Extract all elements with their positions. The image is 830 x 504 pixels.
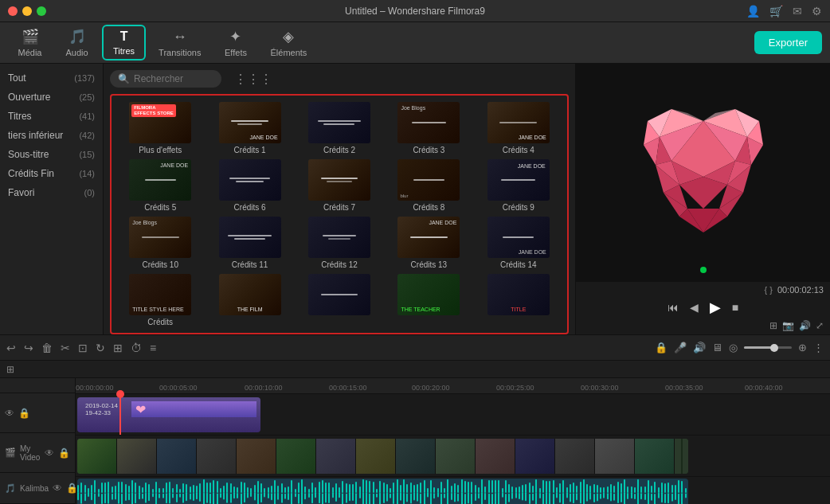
sidebar-label-sous-titre: Sous-titre	[8, 149, 49, 160]
toolbar-audio[interactable]: 🎵 Audio	[55, 25, 99, 61]
thumb-plus-effets[interactable]: FILMORAEFFECTS STORE Plus d'effets	[118, 102, 202, 154]
mic-icon[interactable]: 🎤	[674, 342, 687, 354]
thumb-label-credits-5: Crédits 5	[144, 203, 176, 212]
close-button[interactable]	[8, 6, 18, 16]
camera-icon[interactable]: 📷	[782, 320, 794, 331]
sidebar-item-titres[interactable]: Titres (41)	[0, 107, 103, 126]
sidebar-count-favori: (0)	[84, 188, 95, 197]
thumb-credits-2[interactable]: Crédits 2	[297, 102, 382, 154]
stop-button[interactable]: ■	[730, 299, 740, 315]
sidebar-item-favori[interactable]: Favori (0)	[0, 183, 103, 202]
redo-icon[interactable]: ↪	[24, 342, 33, 354]
mail-icon[interactable]: ✉	[793, 5, 802, 18]
audio-clip[interactable]	[77, 479, 688, 504]
thumb-label-credits-11: Crédits 11	[232, 260, 268, 269]
playback-controls: ⏮ ◀ ▶ ■	[582, 297, 824, 318]
toolbar-media[interactable]: 🎬 Média	[8, 25, 52, 61]
play-button[interactable]: ▶	[708, 297, 722, 318]
sidebar-count-tout: (137)	[74, 73, 95, 83]
expand-icon[interactable]: ⤢	[816, 320, 824, 331]
thumb-credits-5[interactable]: JANE DOE Crédits 5	[118, 159, 202, 212]
toolbar-titres[interactable]: T Titres	[102, 25, 146, 61]
myvideo-label: My Video	[20, 444, 41, 462]
minus-icon[interactable]: ◎	[729, 342, 738, 354]
audio-tool-icon[interactable]: ≡	[150, 342, 156, 354]
sidebar-item-sous-titre[interactable]: Sous-titre (15)	[0, 145, 103, 164]
thumb-credits-7[interactable]: Crédits 7	[297, 159, 382, 212]
lock-icon-video[interactable]: 🔒	[58, 447, 70, 459]
thumb-credits-9[interactable]: JANE DOE Crédits 9	[476, 159, 561, 212]
video-clip[interactable]	[77, 439, 688, 474]
eye-icon-video[interactable]: 👁	[45, 447, 54, 459]
user-icon[interactable]: 👤	[746, 5, 760, 18]
thumb-credits-misc5[interactable]: TITLE	[476, 274, 561, 326]
thumb-credits-12[interactable]: Crédits 12	[297, 217, 382, 269]
search-input[interactable]	[134, 73, 213, 84]
title-clip[interactable]: 2019-02-14 19-42-33 ❤	[77, 397, 260, 432]
settings-icon[interactable]: ⚙	[812, 5, 822, 18]
time-25: 00:00:25:00	[496, 384, 534, 392]
thumbnail-grid: FILMORAEFFECTS STORE Plus d'effets JANE …	[110, 94, 569, 334]
window-title: Untitled – Wondershare Filmora9	[345, 6, 485, 17]
eye-icon-audio[interactable]: 👁	[53, 483, 62, 494]
minimize-button[interactable]	[22, 6, 32, 16]
cart-icon[interactable]: 🛒	[769, 5, 783, 18]
sidebar-item-credits-fin[interactable]: Crédits Fin (14)	[0, 164, 103, 183]
toolbar-transitions[interactable]: ↔ Transitions	[149, 25, 210, 61]
volume-preview-icon[interactable]: 🔊	[799, 320, 811, 331]
thumb-credits-4[interactable]: JANE DOE Crédits 4	[476, 102, 561, 154]
more-icon[interactable]: ⋮	[813, 342, 824, 354]
transitions-label: Transitions	[159, 48, 201, 57]
skip-back-button[interactable]: ⏮	[666, 299, 680, 315]
thumb-credits-10[interactable]: Joe Blogs Crédits 10	[118, 217, 202, 269]
thumb-credits-misc2[interactable]: THE FILM	[207, 274, 292, 326]
thumb-credits-8[interactable]: blur Crédits 8	[386, 159, 471, 212]
thumb-img-credits-1: JANE DOE	[219, 102, 281, 143]
cut-icon[interactable]: ✂	[61, 342, 70, 354]
thumb-credits-misc3[interactable]	[297, 274, 382, 326]
rotate-icon[interactable]: ↻	[96, 342, 105, 354]
audio-icon: 🎵	[69, 28, 86, 45]
timer-icon[interactable]: ⏱	[131, 342, 142, 354]
time-30: 00:00:30:00	[581, 384, 619, 392]
thumb-credits-6[interactable]: Crédits 6	[207, 159, 292, 212]
maximize-button[interactable]	[37, 6, 46, 16]
sidebar-item-tiers[interactable]: tiers inférieur (42)	[0, 126, 103, 145]
title-clip-label: 2019-02-14 19-42-33	[81, 400, 131, 419]
grid-view-icon[interactable]: ⋮⋮⋮	[234, 72, 272, 87]
search-bar[interactable]: 🔍	[110, 70, 221, 88]
heart-display	[576, 64, 830, 281]
speaker-icon[interactable]: 🔊	[693, 342, 706, 354]
thumb-credits-misc1[interactable]: TITLE STYLE HERE Crédits	[118, 274, 202, 326]
sidebar-item-ouverture[interactable]: Ouverture (25)	[0, 88, 103, 107]
lock-icon-title[interactable]: 🔒	[18, 408, 30, 419]
pip-icon[interactable]: ⊞	[113, 342, 123, 354]
toolbar-effets[interactable]: ✦ Effets	[213, 25, 257, 61]
thumb-credits-11[interactable]: Crédits 11	[207, 217, 292, 269]
music-icon: 🎵	[5, 483, 16, 494]
thumb-img-credits-12	[308, 217, 370, 258]
monitor-icon[interactable]: 🖥	[712, 342, 722, 354]
thumb-credits-13[interactable]: JANE DOE Crédits 13	[386, 217, 471, 269]
step-back-button[interactable]: ◀	[688, 299, 700, 315]
delete-icon[interactable]: 🗑	[41, 342, 53, 354]
export-button[interactable]: Exporter	[754, 31, 822, 54]
thumb-credits-misc4[interactable]: THE TEACHER	[386, 274, 471, 326]
sidebar-item-tout[interactable]: Tout (137)	[0, 68, 103, 88]
toolbar-elements[interactable]: ◈ Éléments	[260, 25, 316, 61]
timeline-zoom-slider[interactable]	[744, 346, 792, 349]
fullscreen-icon[interactable]: ⊞	[769, 320, 777, 331]
add-track-row: ⊞	[0, 361, 830, 378]
thumb-credits-14[interactable]: JANE DOE Crédits 14	[476, 217, 561, 269]
undo-icon[interactable]: ↩	[6, 342, 16, 354]
add-track-icon[interactable]: ⊞	[6, 364, 14, 375]
thumb-credits-3[interactable]: Joe Blogs Crédits 3	[386, 102, 471, 154]
lock-icon[interactable]: 🔒	[655, 342, 668, 354]
plus-icon[interactable]: ⊕	[798, 342, 807, 354]
crop-icon[interactable]: ⊡	[78, 342, 88, 354]
thumb-img-plus-effets: FILMORAEFFECTS STORE	[129, 102, 191, 143]
thumb-img-credits-10: Joe Blogs	[129, 217, 191, 258]
thumb-credits-1[interactable]: JANE DOE Crédits 1	[207, 102, 292, 154]
eye-icon-title[interactable]: 👁	[5, 408, 14, 419]
time-40: 00:00:40:00	[745, 384, 783, 392]
